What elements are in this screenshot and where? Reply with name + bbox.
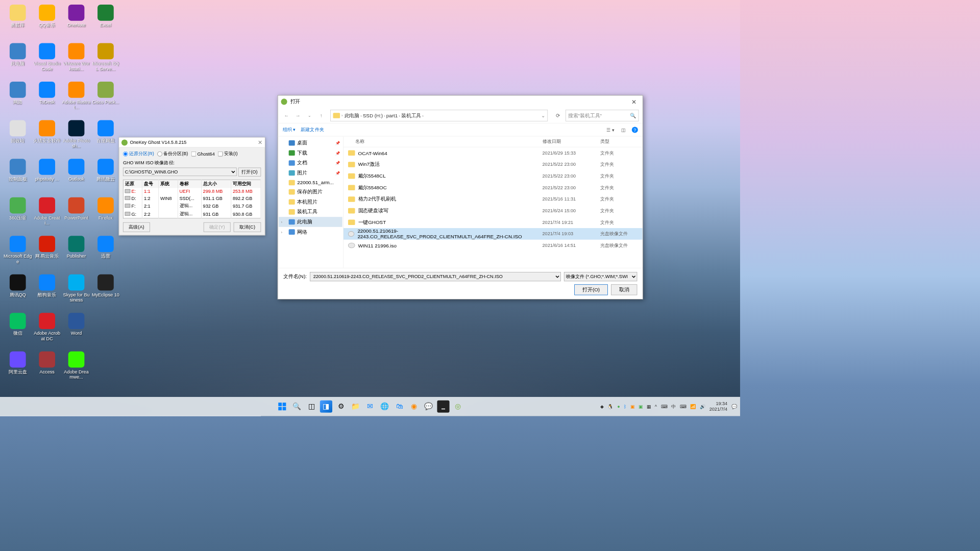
desktop-icon[interactable]: Visual Studio Code: [32, 42, 61, 81]
file-row[interactable]: WIN11 21996.iso2021/6/16 14:51光盘映像文件: [344, 240, 643, 252]
up-button[interactable]: ↑: [316, 111, 326, 120]
desktop-icon[interactable]: Adobe Creati...: [32, 196, 61, 235]
tray-icon[interactable]: ▣: [639, 404, 643, 409]
desktop-icon[interactable]: phpstudy ...: [32, 157, 61, 196]
back-button[interactable]: ←: [282, 111, 291, 120]
desktop-icon[interactable]: Cisco Pack...: [91, 80, 120, 119]
desktop-icon[interactable]: 火绒安全软件: [32, 119, 61, 158]
filetype-select[interactable]: 映像文件 (*.GHO;*.WIM;*.SWI: [564, 272, 637, 281]
nav-item[interactable]: 文档📌: [279, 158, 342, 168]
address-bar[interactable]: › 此电脑 › SSD (H:) › part1 › 装机工具 › ⌄: [330, 110, 548, 121]
preview-pane-button[interactable]: ◫: [621, 126, 626, 133]
desktop-icon[interactable]: QQ音乐: [32, 3, 61, 42]
organize-menu[interactable]: 组织 ▾: [283, 127, 296, 133]
restore-radio[interactable]: 还原分区(R): [123, 151, 154, 157]
desktop-icon[interactable]: 回收站: [3, 119, 32, 158]
desktop-icon[interactable]: 迅雷: [91, 234, 120, 273]
tray-keyboard-icon[interactable]: ⌨: [661, 404, 668, 409]
search-box[interactable]: 搜索"装机工具" 🔍: [566, 110, 639, 121]
image-path-select[interactable]: C:\GHOST\D_WIN8.GHO: [123, 168, 237, 177]
desktop-icon[interactable]: ToDesk: [32, 80, 61, 119]
mail-taskbar-icon[interactable]: ✉: [364, 400, 376, 413]
desktop-icon[interactable]: Word: [62, 311, 91, 350]
desktop-icon[interactable]: 此电脑: [3, 42, 32, 81]
desktop-icon[interactable]: Publisher: [62, 234, 91, 273]
cancel-button[interactable]: 取消(C): [234, 222, 261, 232]
desktop-icon[interactable]: Adobe Acrobat DC: [32, 311, 61, 350]
breadcrumb-item[interactable]: SSD (H:): [363, 112, 383, 118]
forward-button[interactable]: →: [293, 111, 303, 120]
file-row[interactable]: 格力2代手机刷机2021/5/16 11:31文件夹: [344, 193, 643, 205]
desktop-icon[interactable]: VMware Workstati...: [62, 42, 91, 81]
desktop-icon[interactable]: MyEclipse 10: [91, 273, 120, 312]
address-dropdown-icon[interactable]: ⌄: [541, 113, 545, 118]
desktop-icon[interactable]: 360压缩: [3, 196, 32, 235]
column-name[interactable]: 名称: [344, 138, 543, 145]
nav-item[interactable]: 装机工具: [279, 207, 342, 217]
partition-row[interactable]: G:2:2逻辑...931 GB930.8 GB: [123, 210, 261, 218]
nav-item[interactable]: ›此电脑: [279, 217, 342, 227]
desktop-icon[interactable]: Outlook: [62, 157, 91, 196]
file-row[interactable]: 戴尔5548OC2021/5/22 23:00文件夹: [344, 182, 643, 193]
desktop-icon[interactable]: [91, 311, 120, 350]
explorer-taskbar-icon[interactable]: 📁: [349, 400, 361, 413]
tray-icon[interactable]: ◆: [600, 404, 604, 409]
taskbar-clock[interactable]: 19:34 2021/7/4: [709, 401, 727, 412]
partition-row[interactable]: E:1:1UEFI299.8 MB253.8 MB: [123, 188, 261, 195]
nav-item[interactable]: 图片📌: [279, 168, 342, 178]
install-checkbox[interactable]: 安装(I): [218, 151, 238, 157]
ghost-taskbar-icon[interactable]: ◎: [452, 400, 464, 413]
tray-icon[interactable]: ●: [617, 404, 620, 409]
open-image-button[interactable]: 打开(O): [238, 168, 261, 177]
desktop-icon[interactable]: Adobe Dreamwe...: [62, 350, 91, 389]
search-button[interactable]: 🔍: [290, 400, 303, 413]
nav-item[interactable]: 桌面📌: [279, 138, 342, 148]
help-icon[interactable]: ?: [632, 127, 638, 133]
nav-item[interactable]: 本机照片: [279, 197, 342, 207]
nav-item[interactable]: 下载📌: [279, 148, 342, 158]
desktop-icon[interactable]: 控制面板: [3, 157, 32, 196]
file-row[interactable]: 一键GHOST2021/7/4 19:21文件夹: [344, 216, 643, 228]
store-taskbar-icon[interactable]: 🛍: [393, 400, 405, 413]
tray-icon[interactable]: ▣: [630, 404, 634, 409]
file-list[interactable]: OCAT-Win642021/6/29 15:33文件夹Win7激活2021/5…: [344, 147, 643, 267]
tray-overflow-icon[interactable]: ^: [655, 404, 657, 409]
desktop-icon[interactable]: 腾讯QQ: [3, 273, 32, 312]
ghost64-checkbox[interactable]: Ghost64: [191, 151, 214, 157]
desktop-icon[interactable]: PowerPoint: [62, 196, 91, 235]
desktop-icon[interactable]: Skype for Business: [62, 273, 91, 312]
tray-network-icon[interactable]: 📶: [690, 404, 696, 409]
tray-icon[interactable]: ▦: [647, 404, 651, 409]
desktop-icon[interactable]: 酷狗音乐: [32, 273, 61, 312]
edge-taskbar-icon[interactable]: 🌐: [379, 400, 391, 413]
column-date[interactable]: 修改日期: [543, 138, 600, 145]
cancel-dialog-button[interactable]: 取消: [611, 284, 637, 295]
tray-bluetooth-icon[interactable]: ᛒ: [624, 404, 626, 409]
refresh-button[interactable]: ⟳: [552, 110, 563, 121]
breadcrumb-item[interactable]: 装机工具: [401, 112, 421, 118]
file-row[interactable]: 戴尔5548CL2021/5/22 23:00文件夹: [344, 170, 643, 182]
terminal-taskbar-icon[interactable]: ▁: [437, 400, 449, 413]
backup-radio[interactable]: 备份分区(B): [157, 151, 188, 157]
ghost-titlebar[interactable]: OneKey Ghost V14.5.8.215 ✕: [119, 138, 264, 148]
file-row[interactable]: Win7激活2021/5/22 23:00文件夹: [344, 159, 643, 170]
desktop-icon[interactable]: 腾讯微云: [91, 157, 120, 196]
ghost-close-button[interactable]: ✕: [258, 139, 262, 145]
settings-taskbar-icon[interactable]: ⚙: [335, 400, 347, 413]
file-row[interactable]: 固态硬盘读写2021/6/24 15:00文件夹: [344, 205, 643, 217]
partition-table[interactable]: 还原盘号系统卷标总大小可用空间 E:1:1UEFI299.8 MB253.8 M…: [123, 180, 261, 218]
advanced-button[interactable]: 高级(A): [123, 222, 150, 232]
desktop-icon[interactable]: 网路: [3, 80, 32, 119]
desktop-icon[interactable]: Firefox: [91, 196, 120, 235]
desktop-icon[interactable]: 奥哲库: [3, 3, 32, 42]
dialog-close-button[interactable]: ✕: [628, 98, 640, 105]
task-view-button[interactable]: ◫: [305, 400, 317, 413]
ok-button[interactable]: 确定(Y): [204, 222, 231, 232]
new-folder-button[interactable]: 新建文件夹: [301, 127, 324, 133]
desktop-icon[interactable]: Adobe Illustrat...: [62, 80, 91, 119]
dialog-titlebar[interactable]: 打开 ✕: [278, 95, 642, 108]
widgets-button[interactable]: ◨: [320, 400, 332, 413]
nav-item[interactable]: 22000.51_arm...: [279, 178, 342, 187]
notification-icon[interactable]: 💬: [731, 404, 737, 409]
tray-ime-mode-icon[interactable]: ⌨: [680, 404, 687, 409]
